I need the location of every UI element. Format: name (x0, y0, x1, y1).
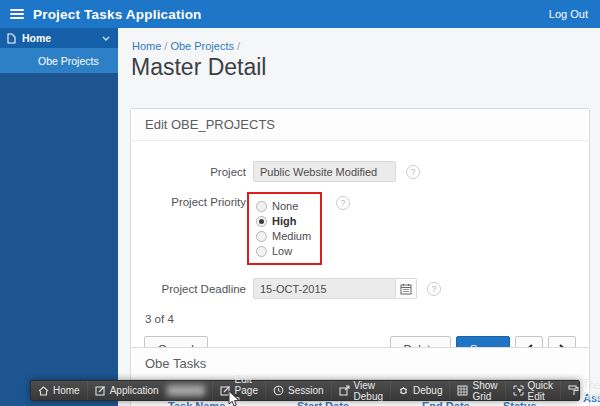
chevron-down-icon (102, 36, 110, 41)
app-window: Project Tasks Application Log Out Home O… (0, 0, 600, 406)
help-icon[interactable]: ? (427, 282, 441, 296)
radio-option-medium[interactable]: Medium (256, 229, 311, 243)
radio-icon (256, 231, 267, 242)
calendar-icon (400, 283, 412, 295)
deadline-field-row: Project Deadline ? (131, 278, 589, 299)
view-debug-icon (339, 385, 350, 396)
sidebar-item-label: Obe Projects (38, 55, 99, 67)
priority-label: Project Priority (131, 192, 246, 208)
devbar-home[interactable]: Home (31, 381, 88, 400)
region-title: Edit OBE_PROJECTS (131, 109, 589, 141)
bug-icon (398, 385, 409, 396)
sidebar-item-obe-projects[interactable]: Obe Projects (0, 48, 118, 73)
clock-icon (273, 385, 284, 396)
radio-option-none[interactable]: None (256, 199, 311, 213)
priority-field-row: Project Priority None High (131, 192, 589, 265)
application-id-redacted (167, 385, 205, 396)
radio-option-low[interactable]: Low (256, 244, 311, 258)
devbar-edit-page[interactable]: Edit Page 3 (213, 381, 266, 400)
page-title: Master Detail (118, 52, 600, 81)
project-label: Project (131, 166, 246, 178)
help-icon[interactable]: ? (336, 196, 350, 210)
sidebar-nav: Home Obe Projects (0, 28, 118, 406)
sidebar-item-label: Home (22, 32, 51, 44)
calendar-picker-button[interactable] (396, 278, 417, 299)
devbar-application[interactable]: Application (88, 381, 213, 400)
radio-option-high[interactable]: High (256, 214, 311, 228)
quick-edit-cursor-icon (513, 385, 524, 396)
breadcrumb-link-home[interactable]: Home (132, 40, 161, 52)
help-icon[interactable]: ? (406, 165, 420, 179)
breadcrumb-separator: / (164, 40, 167, 52)
record-pagination: 3 of 4 (131, 299, 589, 325)
page-icon (7, 33, 16, 44)
project-input[interactable] (253, 161, 396, 182)
home-icon (38, 386, 49, 396)
app-header: Project Tasks Application Log Out (0, 0, 600, 28)
breadcrumb: Home/Obe Projects/ (118, 28, 600, 52)
edit-icon (95, 385, 106, 396)
grid-icon (457, 385, 468, 396)
priority-highlight-box: None High Medium Low (247, 192, 322, 265)
deadline-input[interactable] (253, 278, 396, 299)
radio-icon (256, 201, 267, 212)
logout-link[interactable]: Log Out (549, 0, 588, 28)
devbar-show-grid[interactable]: Show Grid (450, 381, 505, 400)
breadcrumb-link-obe-projects[interactable]: Obe Projects (170, 40, 234, 52)
devbar-view-debug[interactable]: View Debug (332, 381, 391, 400)
radio-icon (256, 246, 267, 257)
project-field-row: Project ? (131, 161, 589, 182)
region-title: Obe Tasks (131, 348, 589, 380)
radio-selected-icon (256, 216, 267, 227)
devbar-theme-roller[interactable]: Theme Roller (561, 381, 600, 400)
menu-hamburger-icon[interactable] (10, 9, 24, 19)
sidebar-item-home[interactable]: Home (0, 28, 118, 48)
developer-toolbar: Home Application Edit Page 3 Session Vie… (30, 380, 580, 401)
devbar-session[interactable]: Session (266, 381, 332, 400)
main-content: Home/Obe Projects/ Master Detail Edit OB… (118, 28, 600, 406)
devbar-debug[interactable]: Debug (391, 381, 450, 400)
breadcrumb-separator: / (237, 40, 240, 52)
edit-page-icon (220, 385, 231, 396)
deadline-label: Project Deadline (131, 283, 246, 295)
paint-roller-icon (568, 385, 579, 396)
app-title: Project Tasks Application (33, 7, 202, 22)
edit-projects-region: Edit OBE_PROJECTS Project ? Project Prio… (130, 108, 590, 377)
devbar-quick-edit[interactable]: Quick Edit (506, 381, 562, 400)
